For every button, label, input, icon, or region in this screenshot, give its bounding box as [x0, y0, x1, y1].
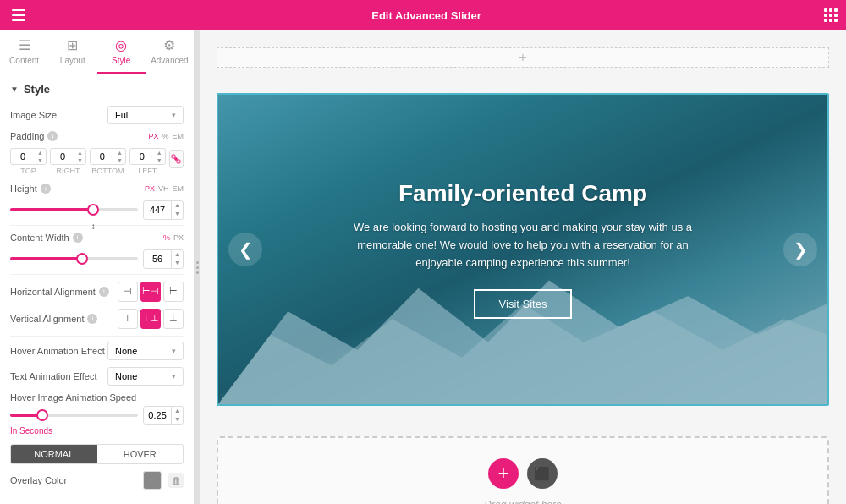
- drop-settings-button[interactable]: ⬛: [527, 458, 558, 489]
- svg-rect-1: [12, 14, 25, 16]
- svg-rect-2: [12, 19, 25, 21]
- section-title[interactable]: ▼ Style: [10, 83, 184, 96]
- align-bottom-btn[interactable]: ⊥: [163, 309, 184, 329]
- padding-right-label: RIGHT: [56, 167, 80, 175]
- align-top-btn[interactable]: ⊤: [118, 309, 138, 329]
- unit-em[interactable]: EM: [173, 132, 184, 140]
- slider-content: Family-oriented Camp We are looking forw…: [218, 95, 827, 404]
- menu-icon[interactable]: [8, 5, 29, 25]
- hover-speed-slider-track[interactable]: [10, 414, 138, 417]
- tab-style[interactable]: ◎ Style: [97, 30, 146, 74]
- tab-content[interactable]: ☰ Content: [0, 30, 48, 74]
- add-top-bar[interactable]: +: [217, 47, 829, 68]
- svg-rect-3: [172, 155, 175, 158]
- v-align-label: Vertical Alignment i: [10, 314, 97, 324]
- padding-top-input[interactable]: [11, 150, 35, 163]
- tab-layout[interactable]: ⊞ Layout: [48, 30, 96, 74]
- cw-up[interactable]: ▲: [172, 250, 183, 259]
- padding-bottom-label: BOTTOM: [91, 167, 124, 175]
- layout-icon: ⊞: [67, 37, 78, 53]
- padding-bottom-down[interactable]: ▼: [114, 156, 125, 164]
- top-bar: Edit Advanced Slider: [0, 0, 846, 30]
- add-top-icon: +: [519, 50, 526, 65]
- content-width-slider-track[interactable]: [10, 257, 138, 260]
- height-unit-vh[interactable]: VH: [158, 184, 169, 193]
- slider-title: Family-oriented Camp: [398, 180, 647, 207]
- align-center-btn[interactable]: ⊢⊣: [140, 282, 161, 302]
- hover-animation-row: Hover Animation Effect None ▾: [10, 342, 184, 360]
- height-slider-thumb[interactable]: ↕: [87, 204, 99, 216]
- padding-right-input[interactable]: [51, 150, 74, 163]
- content-width-input[interactable]: [144, 252, 171, 266]
- padding-top-down[interactable]: ▼: [35, 156, 46, 164]
- overlay-color-row: Overlay Color 🗑: [10, 471, 184, 490]
- height-slider-track[interactable]: ↕: [10, 208, 138, 211]
- padding-bottom-up[interactable]: ▲: [114, 149, 125, 156]
- v-align-info-icon: i: [87, 314, 97, 324]
- page-title: Edit Advanced Slider: [29, 9, 824, 22]
- padding-left-up[interactable]: ▲: [154, 149, 165, 156]
- drop-add-button[interactable]: +: [488, 458, 519, 489]
- state-tabs: NORMAL HOVER: [10, 444, 184, 464]
- image-size-dropdown[interactable]: Full ▾: [107, 106, 184, 124]
- slider-prev-btn[interactable]: ❮: [228, 233, 262, 266]
- chevron-down-icon: ▾: [172, 111, 176, 119]
- cw-unit-px[interactable]: PX: [173, 233, 184, 242]
- collapse-arrow: ▼: [10, 85, 19, 94]
- slider-visit-button[interactable]: Visit Sites: [474, 289, 573, 319]
- hs-up[interactable]: ▲: [172, 407, 183, 415]
- h-align-row: Horizontal Alignment i ⊣ ⊢⊣ ⊢: [10, 282, 184, 302]
- align-right-btn[interactable]: ⊢: [163, 282, 184, 302]
- content-width-slider-thumb[interactable]: [76, 253, 88, 265]
- advanced-icon: ⚙: [163, 37, 175, 53]
- drop-label: Drag widget here: [484, 499, 561, 504]
- padding-section: Padding i PX % EM ▲: [10, 131, 184, 175]
- height-input[interactable]: [144, 203, 171, 216]
- padding-left-label: LEFT: [138, 167, 157, 175]
- padding-right-up[interactable]: ▲: [74, 149, 85, 156]
- content-area: + Family-oriented Camp We are looking fo…: [200, 30, 846, 504]
- style-icon: ◎: [115, 37, 127, 53]
- padding-left-input[interactable]: [130, 150, 154, 163]
- hover-speed-slider-row: ▲ ▼: [10, 406, 184, 425]
- state-hover-tab[interactable]: HOVER: [97, 445, 184, 463]
- slider-preview: Family-oriented Camp We are looking forw…: [217, 93, 829, 406]
- padding-bottom-group: ▲ ▼ BOTTOM: [90, 148, 126, 175]
- link-padding-btn[interactable]: [169, 150, 184, 168]
- chevron-down-icon: ▾: [172, 372, 176, 381]
- padding-left-down[interactable]: ▼: [154, 156, 165, 164]
- slider-next-btn[interactable]: ❯: [783, 233, 817, 266]
- padding-label: Padding i: [10, 131, 58, 141]
- padding-top-label: TOP: [20, 167, 36, 175]
- overlay-color-swatch[interactable]: [143, 471, 162, 490]
- text-animation-label: Text Animation Effect: [10, 371, 97, 381]
- hs-down[interactable]: ▼: [172, 415, 183, 424]
- unit-px[interactable]: PX: [148, 132, 158, 140]
- height-up[interactable]: ▲: [172, 201, 183, 210]
- hover-speed-thumb[interactable]: [36, 409, 48, 421]
- cw-down[interactable]: ▼: [172, 259, 183, 267]
- align-left-btn[interactable]: ⊣: [118, 282, 138, 302]
- image-size-label: Image Size: [10, 110, 57, 120]
- overlay-color-controls: 🗑: [143, 471, 184, 490]
- hover-speed-input[interactable]: [144, 408, 171, 422]
- tab-advanced[interactable]: ⚙ Advanced: [146, 30, 194, 74]
- height-down[interactable]: ▼: [172, 210, 183, 218]
- align-middle-btn[interactable]: ⊤⊥: [140, 309, 161, 329]
- height-section: Height i PX VH EM ↕: [10, 184, 184, 220]
- state-normal-tab[interactable]: NORMAL: [11, 445, 97, 463]
- hover-animation-dropdown[interactable]: None ▾: [107, 342, 184, 360]
- overlay-color-trash[interactable]: 🗑: [168, 473, 184, 488]
- cw-unit-percent[interactable]: %: [163, 233, 170, 242]
- padding-right-down[interactable]: ▼: [74, 156, 85, 164]
- padding-bottom-input[interactable]: [91, 150, 114, 163]
- height-unit-px[interactable]: PX: [145, 184, 155, 193]
- height-unit-em[interactable]: EM: [173, 184, 184, 193]
- image-size-row: Image Size Full ▾: [10, 106, 184, 124]
- height-info-icon: i: [41, 184, 51, 194]
- grid-icon[interactable]: [824, 8, 838, 22]
- padding-top-up[interactable]: ▲: [35, 149, 46, 156]
- padding-inputs: ▲ ▼ TOP ▲ ▼: [10, 148, 184, 175]
- unit-percent[interactable]: %: [162, 132, 168, 140]
- text-animation-dropdown[interactable]: None ▾: [107, 367, 184, 386]
